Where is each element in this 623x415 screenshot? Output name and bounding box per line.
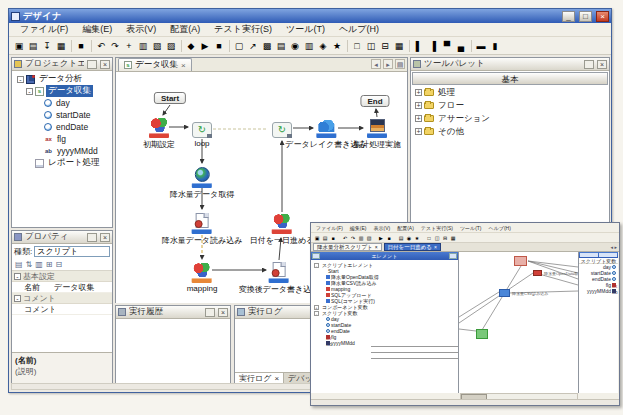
- overlay-tab-advance-date[interactable]: 日付を一日進める ×: [384, 243, 441, 251]
- collapse-all-icon[interactable]: ⊟: [56, 260, 63, 269]
- menu-arrange[interactable]: 配置(A): [163, 22, 207, 37]
- property-category[interactable]: - 基本設定: [12, 271, 112, 282]
- float-panel-button[interactable]: [584, 60, 594, 69]
- menu-item[interactable]: 配置(A): [394, 225, 417, 231]
- layout-single-icon[interactable]: □: [350, 39, 364, 53]
- new-icon[interactable]: ▣: [313, 234, 321, 242]
- minimize-button[interactable]: _: [562, 11, 575, 22]
- tab-data-collect[interactable]: データ収集 ×: [118, 58, 192, 71]
- tree-toggle[interactable]: +: [415, 115, 422, 122]
- description-icon[interactable]: ▥: [35, 260, 43, 269]
- overlay-node[interactable]: [533, 270, 542, 276]
- debug-icon[interactable]: ◆: [184, 39, 198, 53]
- paste-icon[interactable]: ▧: [150, 39, 164, 53]
- open-icon[interactable]: ▤: [26, 39, 40, 53]
- tree-item-report[interactable]: レポート処理: [14, 157, 112, 169]
- layout-split-icon[interactable]: ◫: [364, 39, 378, 53]
- menu-item[interactable]: テスト実行(S): [418, 225, 456, 231]
- menu-item[interactable]: ヘルプ(H): [486, 225, 514, 231]
- copy-icon[interactable]: ▥: [357, 234, 365, 242]
- stop-icon[interactable]: ■: [212, 39, 226, 53]
- kind-input[interactable]: [34, 246, 110, 257]
- star-icon[interactable]: ★: [330, 39, 344, 53]
- flow-node-aggregate[interactable]: 集計処理実施: [353, 119, 401, 150]
- align-top-icon[interactable]: ▀: [440, 39, 454, 53]
- layout-rows-icon[interactable]: ⊟: [378, 39, 392, 53]
- chart-icon[interactable]: ▦: [54, 39, 68, 53]
- import-icon[interactable]: ↧: [40, 39, 54, 53]
- run-icon[interactable]: ▶: [377, 234, 385, 242]
- close-button[interactable]: ×: [596, 11, 609, 22]
- flow-node-converted-write[interactable]: 変換後データ書き込み: [239, 262, 320, 295]
- flow-node-end[interactable]: End: [360, 95, 389, 107]
- menu-item[interactable]: 表示(V): [371, 225, 394, 231]
- error-icon[interactable]: ◈: [316, 39, 330, 53]
- distribute-v-icon[interactable]: ▮: [488, 39, 502, 53]
- categorized-icon[interactable]: ▤: [15, 260, 23, 269]
- close-panel-button[interactable]: ×: [597, 60, 607, 69]
- paste-icon[interactable]: ▧: [365, 234, 373, 242]
- tab-nav-buttons[interactable]: ◂ ▸: [611, 244, 619, 250]
- palette-item-process[interactable]: + 処理: [411, 86, 609, 99]
- overlay-canvas[interactable]: 降水量OpenData取得 降水量CSV読み込み: [459, 252, 578, 393]
- tree-toggle[interactable]: [35, 124, 42, 131]
- tree-toggle[interactable]: [35, 136, 42, 143]
- float-panel-button[interactable]: [87, 60, 97, 69]
- flow-node-advance-date[interactable]: 日付を一日進める: [250, 214, 315, 246]
- overlay-node[interactable]: [499, 289, 510, 297]
- align-bottom-icon[interactable]: ▄: [454, 39, 468, 53]
- menu-file[interactable]: ファイル(F): [13, 22, 75, 37]
- gear-icon[interactable]: ◉: [405, 234, 413, 242]
- flow-node-rainfall-fetch[interactable]: 降水量データ取得: [170, 167, 234, 200]
- tab-close-icon[interactable]: ×: [274, 374, 279, 384]
- tree-item-data-collect[interactable]: - データ収集: [14, 85, 112, 97]
- copy-icon[interactable]: ▥: [136, 39, 150, 53]
- titlebar[interactable]: デザイナ _ □ ×: [9, 9, 611, 23]
- doc-icon[interactable]: ▤: [397, 234, 405, 242]
- delete-icon[interactable]: ▨: [164, 39, 178, 53]
- overlay-node[interactable]: [514, 256, 527, 266]
- tree-toggle[interactable]: +: [415, 102, 422, 109]
- gear-icon[interactable]: ◉: [288, 39, 302, 53]
- menu-edit[interactable]: 編集(E): [75, 22, 119, 37]
- flow-node-loop[interactable]: ↻ loop: [192, 122, 212, 148]
- menu-item[interactable]: ファイル(F): [313, 225, 346, 231]
- tree-toggle[interactable]: [35, 112, 42, 119]
- menu-item[interactable]: ツール(T): [457, 225, 485, 231]
- tree-item-enddate[interactable]: endDate: [14, 121, 112, 133]
- tab-close-icon[interactable]: ×: [181, 61, 186, 70]
- doc-icon[interactable]: ▤: [274, 39, 288, 53]
- overlay-tab-script[interactable]: 降水量分析スクリプト ×: [313, 243, 382, 251]
- property-row[interactable]: コメント: [12, 304, 112, 315]
- maximize-button[interactable]: □: [579, 11, 592, 22]
- float-panel-button[interactable]: [205, 308, 215, 317]
- layout-single-icon[interactable]: □: [425, 234, 433, 242]
- tab-next-button[interactable]: ▸: [383, 59, 393, 69]
- menu-view[interactable]: 表示(V): [119, 22, 163, 37]
- menu-help[interactable]: ヘルプ(H): [332, 22, 386, 37]
- tree-toggle[interactable]: [35, 100, 42, 107]
- flow-node-initial-settings[interactable]: 初期設定: [143, 118, 175, 150]
- redo-icon[interactable]: ↷: [349, 234, 357, 242]
- palette-item-other[interactable]: + その他: [411, 125, 609, 138]
- run-icon[interactable]: ▶: [198, 39, 212, 53]
- undo-icon[interactable]: ↶: [94, 39, 108, 53]
- package-icon[interactable]: ▩: [260, 39, 274, 53]
- tree-toggle[interactable]: +: [415, 89, 422, 96]
- add-icon[interactable]: +: [122, 39, 136, 53]
- layout-rows-icon[interactable]: ⊟: [441, 234, 449, 242]
- property-row[interactable]: 名前 データ収集: [12, 282, 112, 293]
- close-panel-button[interactable]: ×: [218, 308, 228, 317]
- open-icon[interactable]: ▤: [321, 234, 329, 242]
- tab-close-icon[interactable]: ×: [434, 244, 437, 250]
- float-panel-button[interactable]: [87, 233, 97, 242]
- tree-toggle[interactable]: -: [17, 76, 24, 83]
- palette-item-assertion[interactable]: + アサーション: [411, 112, 609, 125]
- save-icon[interactable]: ■: [329, 234, 337, 242]
- pencil-icon[interactable]: ↗: [246, 39, 260, 53]
- star-icon[interactable]: ★: [413, 234, 421, 242]
- tree-item-day[interactable]: day: [14, 97, 112, 109]
- report-icon[interactable]: ▥: [302, 39, 316, 53]
- flow-node-mapping[interactable]: mapping: [187, 263, 218, 293]
- tree-item-yyyymmdd[interactable]: yyyyMMdd: [14, 145, 112, 157]
